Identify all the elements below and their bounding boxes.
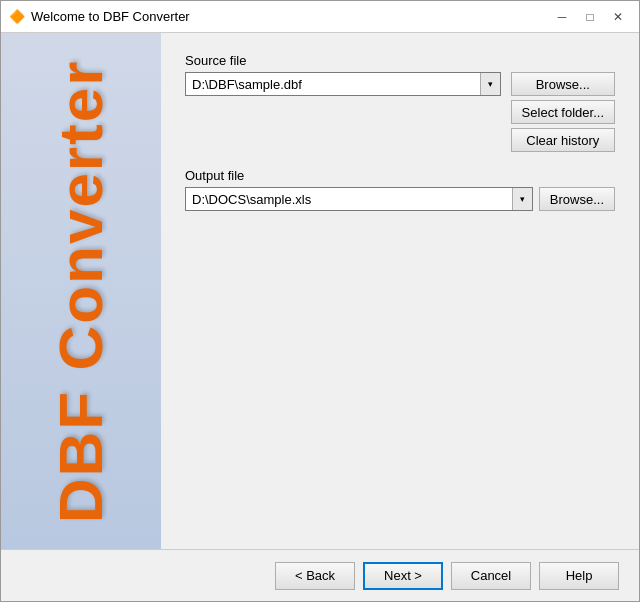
help-button[interactable]: Help	[539, 562, 619, 590]
source-file-label: Source file	[185, 53, 615, 68]
select-folder-button[interactable]: Select folder...	[511, 100, 615, 124]
title-bar-left: 🔶 Welcome to DBF Converter	[9, 9, 190, 25]
source-file-buttons: Browse... Select folder... Clear history	[511, 72, 615, 152]
maximize-button[interactable]: □	[577, 6, 603, 28]
source-file-section: Source file ▾ Browse... Select folder...…	[185, 53, 615, 152]
sidebar: DBF Converter	[1, 33, 161, 549]
sidebar-title: DBF Converter	[46, 59, 117, 523]
minimize-button[interactable]: ─	[549, 6, 575, 28]
next-button[interactable]: Next >	[363, 562, 443, 590]
output-file-label: Output file	[185, 168, 615, 183]
title-text: Welcome to DBF Converter	[31, 9, 190, 24]
back-button[interactable]: < Back	[275, 562, 355, 590]
content-area: DBF Converter Source file ▾ Browse... Se…	[1, 33, 639, 549]
app-icon: 🔶	[9, 9, 25, 25]
main-window: 🔶 Welcome to DBF Converter ─ □ ✕ DBF Con…	[0, 0, 640, 602]
source-file-dropdown-arrow[interactable]: ▾	[480, 73, 500, 95]
close-button[interactable]: ✕	[605, 6, 631, 28]
output-file-dropdown-arrow[interactable]: ▾	[512, 188, 532, 210]
clear-history-button[interactable]: Clear history	[511, 128, 615, 152]
output-browse-button[interactable]: Browse...	[539, 187, 615, 211]
output-file-combo[interactable]: ▾	[185, 187, 533, 211]
title-bar-controls: ─ □ ✕	[549, 6, 631, 28]
source-browse-button[interactable]: Browse...	[511, 72, 615, 96]
output-file-row: ▾ Browse...	[185, 187, 615, 211]
cancel-button[interactable]: Cancel	[451, 562, 531, 590]
main-panel: Source file ▾ Browse... Select folder...…	[161, 33, 639, 549]
title-bar: 🔶 Welcome to DBF Converter ─ □ ✕	[1, 1, 639, 33]
output-file-input[interactable]	[186, 188, 512, 210]
source-file-combo[interactable]: ▾	[185, 72, 501, 96]
source-file-input[interactable]	[186, 73, 480, 95]
output-file-section: Output file ▾ Browse...	[185, 168, 615, 211]
source-file-row: ▾ Browse... Select folder... Clear histo…	[185, 72, 615, 152]
footer: < Back Next > Cancel Help	[1, 549, 639, 601]
